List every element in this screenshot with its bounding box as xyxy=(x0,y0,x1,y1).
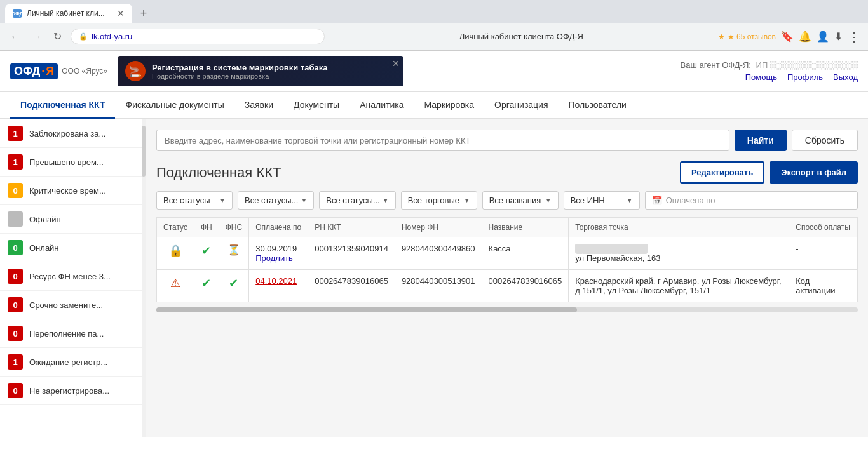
profile-icon[interactable]: 👤 xyxy=(817,30,829,43)
cell-fns-1: ⏳ xyxy=(219,237,248,270)
sidebar-label-fn-resource: Ресурс ФН менее 3... xyxy=(29,272,111,281)
table-row: 🔒 ✔ ⏳ 30.09.2019 Продлить 00013213590409 xyxy=(157,237,858,270)
cell-trade-1: ████████████ ул Первомайская, 163 xyxy=(569,237,789,270)
reviews-badge[interactable]: ★ ★ 65 отзывов xyxy=(718,32,776,41)
table-actions: Редактировать Экспорт в файл xyxy=(680,161,858,184)
cell-status-1: 🔒 xyxy=(157,237,194,270)
sidebar-item-replace[interactable]: 0 Срочно замените... xyxy=(0,291,146,319)
table-title: Подключенная ККТ xyxy=(156,164,281,181)
search-button[interactable]: Найти xyxy=(735,130,787,151)
sidebar-label-online: Онлайн xyxy=(29,243,59,253)
menu-icon[interactable]: ⋮ xyxy=(848,29,860,44)
export-button[interactable]: Экспорт в файл xyxy=(770,161,858,184)
sidebar-item-exceeded[interactable]: 1 Превышено врем... xyxy=(0,148,146,177)
filter-trade[interactable]: Все торговые ▼ xyxy=(401,191,477,210)
sidebar-label-unregistered: Не зарегистрирова... xyxy=(29,386,109,396)
sidebar-label-offline: Офлайн xyxy=(29,215,61,224)
date-filter[interactable]: 📅 Оплачена по xyxy=(645,191,858,210)
sidebar-item-offline[interactable]: Офлайн xyxy=(0,205,146,234)
download-icon[interactable]: ⬇ xyxy=(834,30,843,43)
url-text: lk.ofd-ya.ru xyxy=(92,32,316,41)
logo-badge: ОФД·Я xyxy=(10,63,58,79)
extend-link-1[interactable]: Продлить xyxy=(255,253,293,263)
reset-button[interactable]: Сбросить xyxy=(792,130,858,151)
user-name: ИП ░░░░░░░░░░░░░░░ xyxy=(756,60,858,70)
sidebar-item-overflow[interactable]: 0 Переполнение па... xyxy=(0,319,146,348)
filter-label-6: Все ИНН xyxy=(571,196,605,205)
banner-subtitle: Подробности в разделе маркировка xyxy=(152,72,396,80)
sidebar-label-critical: Критическое врем... xyxy=(29,186,106,196)
cell-rn-kkt-1: 0001321359040914 xyxy=(308,237,395,270)
table-row: ⚠ ✔ ✔ 04.10.2021 0002647839016065 928044… xyxy=(157,270,858,302)
header-links: Помощь Профиль Выход xyxy=(745,72,858,82)
chevron-down-icon-5: ▼ xyxy=(545,197,552,204)
cell-paid-2: 04.10.2021 xyxy=(249,270,308,302)
bookmark-icon[interactable]: 🔖 xyxy=(781,30,794,43)
logo-text: ОФД xyxy=(14,65,40,78)
header-right: Ваш агент ОФД-Я: ИП ░░░░░░░░░░░░░░░ Помо… xyxy=(681,60,858,82)
page-title-browser: Личный кабинет клиента ОФД-Я xyxy=(331,32,712,41)
star-icon: ★ xyxy=(718,32,725,41)
horizontal-scrollbar[interactable] xyxy=(156,307,858,312)
nav-item-fiscal[interactable]: Фискальные документы xyxy=(115,92,234,119)
search-row: Найти Сбросить xyxy=(156,130,858,151)
calendar-icon: 📅 xyxy=(652,196,662,205)
filter-inn[interactable]: Все ИНН ▼ xyxy=(564,191,640,210)
col-fns: ФНС xyxy=(219,218,248,237)
check-icon-fns-2: ✔ xyxy=(229,277,238,290)
nav-item-marking[interactable]: Маркировка xyxy=(414,92,484,119)
hourglass-icon: ⏳ xyxy=(227,244,240,255)
profile-link[interactable]: Профиль xyxy=(787,72,823,82)
filter-names[interactable]: Все названия ▼ xyxy=(482,191,559,210)
col-nomer-fn: Номер ФН xyxy=(395,218,482,237)
edit-button[interactable]: Редактировать xyxy=(680,161,764,184)
col-paid: Оплачена по xyxy=(249,218,308,237)
sidebar-item-critical[interactable]: 0 Критическое врем... xyxy=(0,177,146,205)
filter-all-statuses-1[interactable]: Все статусы ▼ xyxy=(156,191,233,210)
nav-item-docs[interactable]: Документы xyxy=(283,92,349,119)
sidebar-item-unregistered[interactable]: 0 Не зарегистрирова... xyxy=(0,377,146,405)
nav-item-kkt[interactable]: Подключенная ККТ xyxy=(10,92,115,119)
paid-date-2: 04.10.2021 xyxy=(255,276,301,286)
browser-tab[interactable]: ОФД Личный кабинет кли... ✕ xyxy=(5,4,132,23)
nav-item-org[interactable]: Организация xyxy=(484,92,558,119)
search-input[interactable] xyxy=(156,130,729,151)
filter-all-statuses-2[interactable]: Все статусы... ▼ xyxy=(238,191,314,210)
logout-link[interactable]: Выход xyxy=(833,72,858,82)
content: 1 Заблокирована за... 1 Превышено врем..… xyxy=(0,119,868,437)
promo-banner[interactable]: 🚬 Регистрация в системе маркировки табак… xyxy=(118,56,403,86)
cell-paid-1: 30.09.2019 Продлить xyxy=(249,237,308,270)
cell-fn-1: ✔ xyxy=(194,237,219,270)
chevron-down-icon-1: ▼ xyxy=(219,197,226,204)
nav-item-orders[interactable]: Заявки xyxy=(234,92,283,119)
filter-all-statuses-3[interactable]: Все статусы... ▼ xyxy=(319,191,395,210)
new-tab-button[interactable]: + xyxy=(135,4,153,22)
tab-favicon: ОФД xyxy=(13,9,22,18)
sidebar: 1 Заблокирована за... 1 Превышено врем..… xyxy=(0,119,146,437)
nav-item-users[interactable]: Пользователи xyxy=(559,92,637,119)
tab-close-icon[interactable]: ✕ xyxy=(117,8,125,18)
banner-title: Регистрация в системе маркировки табака xyxy=(152,63,396,72)
sidebar-item-fn-resource[interactable]: 0 Ресурс ФН менее 3... xyxy=(0,262,146,291)
refresh-button[interactable]: ↻ xyxy=(51,29,64,44)
sidebar-badge-unregistered: 0 xyxy=(8,383,23,398)
nav-item-analytics[interactable]: Аналитика xyxy=(349,92,414,119)
url-bar[interactable]: 🔒 lk.ofd-ya.ru xyxy=(71,29,325,44)
banner-close-icon[interactable]: ✕ xyxy=(392,58,400,69)
app: ОФД·Я ООО «Ярус» 🚬 Регистрация в системе… xyxy=(0,51,868,461)
help-link[interactable]: Помощь xyxy=(745,72,777,82)
sidebar-item-waiting[interactable]: 1 Ожидание регистр... xyxy=(0,348,146,377)
forward-button[interactable]: → xyxy=(29,30,44,44)
check-icon-fn-1: ✔ xyxy=(201,244,211,257)
lock-icon: 🔒 xyxy=(79,32,88,41)
chevron-down-icon-3: ▼ xyxy=(383,197,389,204)
back-button[interactable]: ← xyxy=(8,30,23,44)
sidebar-item-online[interactable]: 0 Онлайн xyxy=(0,234,146,262)
sidebar-label-replace: Срочно замените... xyxy=(29,300,103,310)
col-fn: ФН xyxy=(194,218,219,237)
col-trade-point: Торговая точка xyxy=(569,218,789,237)
sidebar-item-blocked[interactable]: 1 Заблокирована за... xyxy=(0,119,146,148)
nav-bar: Подключенная ККТ Фискальные документы За… xyxy=(0,92,868,119)
speaker-icon[interactable]: 🔔 xyxy=(799,30,811,43)
filter-label-4: Все торговые xyxy=(408,196,459,205)
